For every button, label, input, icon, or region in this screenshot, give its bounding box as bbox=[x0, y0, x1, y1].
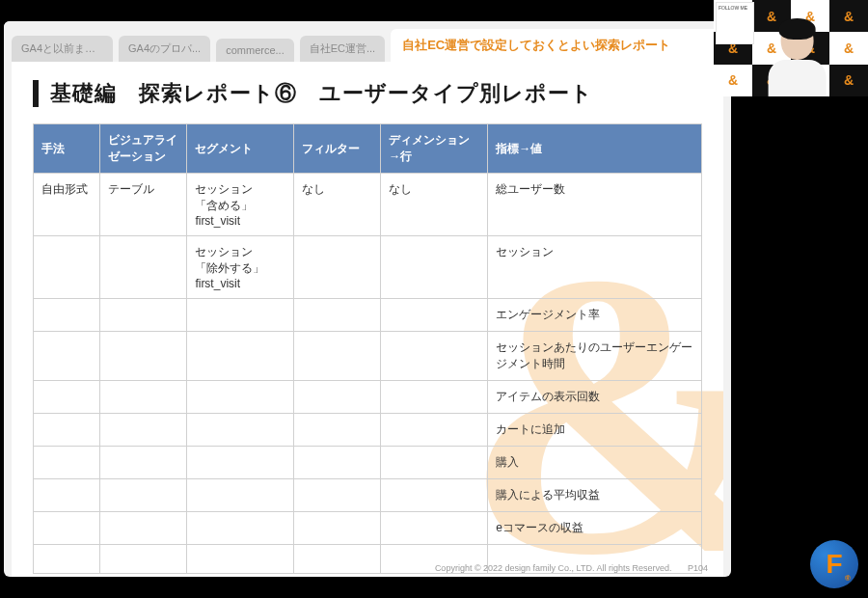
table-cell bbox=[34, 479, 100, 512]
table-cell bbox=[100, 236, 187, 299]
table-cell bbox=[381, 512, 488, 545]
table-cell: セッションあたりのユーザーエンゲージメント時間 bbox=[488, 332, 702, 381]
presenter-hair bbox=[779, 18, 816, 40]
table-cell bbox=[187, 512, 294, 545]
table-cell bbox=[187, 381, 294, 414]
tab-bar: GA4と以前までの... GA4のプロパ... commerce... 自社EC… bbox=[4, 21, 731, 62]
page-number: P104 bbox=[688, 563, 708, 573]
table-cell bbox=[34, 512, 100, 545]
slide-body: & 基礎編 探索レポート⑥ ユーザータイプ別レポート 手法 ビジュアライゼーショ… bbox=[12, 62, 723, 577]
th-dim: ディメンション→行 bbox=[381, 124, 488, 174]
table-cell bbox=[294, 236, 381, 299]
th-viz: ビジュアライゼーション bbox=[100, 124, 187, 174]
table-row: エンゲージメント率 bbox=[34, 299, 702, 332]
tab-0[interactable]: GA4と以前までの... bbox=[12, 36, 113, 62]
table-cell bbox=[381, 332, 488, 381]
table-row: アイテムの表示回数 bbox=[34, 381, 702, 414]
table-row: 購入による平均収益 bbox=[34, 479, 702, 512]
table-cell bbox=[294, 512, 381, 545]
report-config-table: 手法 ビジュアライゼーション セグメント フィルター ディメンション→行 指標→… bbox=[33, 123, 702, 574]
table-cell bbox=[187, 414, 294, 447]
table-cell bbox=[187, 299, 294, 332]
table-row: 購入 bbox=[34, 447, 702, 479]
table-cell bbox=[187, 545, 294, 574]
table-cell bbox=[100, 332, 187, 381]
table-cell: セッション 「除外する」 first_visit bbox=[187, 236, 294, 299]
table-cell: なし bbox=[381, 174, 488, 236]
table-header-row: 手法 ビジュアライゼーション セグメント フィルター ディメンション→行 指標→… bbox=[34, 124, 702, 174]
table-cell bbox=[294, 414, 381, 447]
tab-4-active[interactable]: 自社EC運営で設定しておくとよい探索レポート bbox=[391, 29, 723, 62]
table-cell bbox=[187, 447, 294, 479]
presentation-stage: GA4と以前までの... GA4のプロパ... commerce... 自社EC… bbox=[4, 21, 731, 577]
logo-letter: F bbox=[826, 549, 842, 580]
tab-2[interactable]: commerce... bbox=[216, 39, 294, 62]
table-cell bbox=[294, 299, 381, 332]
table-cell: テーブル bbox=[100, 174, 187, 236]
logo-registered: ® bbox=[845, 574, 851, 583]
webcam-tile: & bbox=[829, 0, 868, 32]
presenter-body bbox=[769, 60, 827, 96]
table-cell bbox=[34, 236, 100, 299]
table-row: セッションあたりのユーザーエンゲージメント時間 bbox=[34, 332, 702, 381]
tab-1[interactable]: GA4のプロパ... bbox=[119, 36, 210, 62]
th-method: 手法 bbox=[34, 124, 100, 174]
copyright-text: Copyright © 2022 design family Co., LTD.… bbox=[435, 563, 672, 573]
table-cell: セッション bbox=[488, 236, 702, 299]
table-cell bbox=[34, 447, 100, 479]
table-row: セッション 「除外する」 first_visitセッション bbox=[34, 236, 702, 299]
table-cell bbox=[294, 332, 381, 381]
table-cell: なし bbox=[294, 174, 381, 236]
table-cell bbox=[381, 236, 488, 299]
table-cell bbox=[381, 299, 488, 332]
table-cell bbox=[187, 479, 294, 512]
presenter-silhouette bbox=[766, 21, 829, 96]
table-cell bbox=[100, 414, 187, 447]
table-cell: 購入による平均収益 bbox=[488, 479, 702, 512]
table-cell bbox=[294, 545, 381, 574]
table-cell bbox=[100, 512, 187, 545]
table-cell bbox=[381, 447, 488, 479]
table-cell: セッション 「含める」 first_visit bbox=[187, 174, 294, 236]
table-cell bbox=[34, 545, 100, 574]
table-cell bbox=[100, 381, 187, 414]
table-cell bbox=[34, 381, 100, 414]
table-cell: カートに追加 bbox=[488, 414, 702, 447]
th-filter: フィルター bbox=[294, 124, 381, 174]
table-body: 自由形式テーブルセッション 「含める」 first_visitなしなし総ユーザー… bbox=[34, 174, 702, 574]
heading-accent-bar bbox=[33, 80, 39, 107]
table-cell bbox=[100, 545, 187, 574]
slide-heading: 基礎編 探索レポート⑥ ユーザータイプ別レポート bbox=[50, 79, 593, 108]
table-cell: アイテムの表示回数 bbox=[488, 381, 702, 414]
webcam-follow-label: FOLLOW ME bbox=[716, 2, 754, 44]
tab-3[interactable]: 自社EC運営... bbox=[300, 36, 385, 62]
webcam-tile: & bbox=[829, 32, 868, 64]
table-cell bbox=[100, 299, 187, 332]
webcam-tile: & bbox=[829, 65, 868, 96]
table-cell: エンゲージメント率 bbox=[488, 299, 702, 332]
table-cell: 購入 bbox=[488, 447, 702, 479]
table-cell bbox=[294, 479, 381, 512]
table-cell bbox=[100, 447, 187, 479]
th-metric: 指標→値 bbox=[488, 124, 702, 174]
table-cell bbox=[381, 479, 488, 512]
table-cell bbox=[294, 447, 381, 479]
table-cell bbox=[381, 414, 488, 447]
table-cell bbox=[381, 381, 488, 414]
table-cell: 自由形式 bbox=[34, 174, 100, 236]
table-cell: 総ユーザー数 bbox=[488, 174, 702, 236]
table-cell bbox=[34, 332, 100, 381]
table-cell bbox=[34, 299, 100, 332]
table-cell: eコマースの収益 bbox=[488, 512, 702, 545]
slide-footer: Copyright © 2022 design family Co., LTD.… bbox=[435, 563, 708, 573]
table-row: 自由形式テーブルセッション 「含める」 first_visitなしなし総ユーザー… bbox=[34, 174, 702, 236]
webcam-tile: & bbox=[714, 65, 752, 96]
ferret-logo-icon: F ® bbox=[810, 540, 858, 588]
table-cell bbox=[34, 414, 100, 447]
heading-wrap: 基礎編 探索レポート⑥ ユーザータイプ別レポート bbox=[33, 79, 702, 108]
th-segment: セグメント bbox=[187, 124, 294, 174]
table-row: カートに追加 bbox=[34, 414, 702, 447]
table-row: eコマースの収益 bbox=[34, 512, 702, 545]
table-cell bbox=[294, 381, 381, 414]
table-cell bbox=[100, 479, 187, 512]
